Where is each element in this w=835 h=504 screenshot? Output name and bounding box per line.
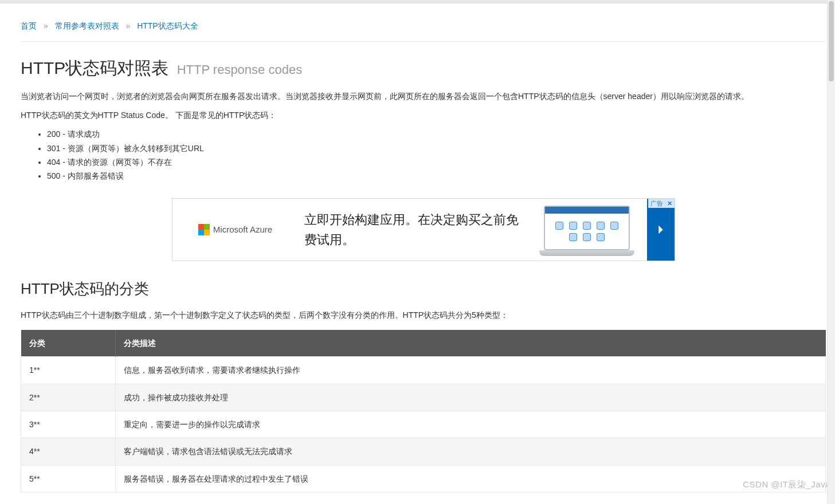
ad-banner[interactable]: 广告 ✕ Microsoft Azure 立即开始构建应用。在决定购买之前免费试… bbox=[172, 198, 675, 261]
scrollbar-thumb[interactable] bbox=[829, 1, 834, 81]
common-codes-list: 200 - 请求成功 301 - 资源（网页等）被永久转移到其它URL 404 … bbox=[21, 127, 826, 183]
scrollbar[interactable] bbox=[827, 0, 835, 504]
ad-headline-text: 立即开始构建应用。在决定购买之前免费试用。 bbox=[304, 210, 521, 250]
table-header-category: 分类 bbox=[21, 330, 116, 357]
table-row: 4** 客户端错误，请求包含语法错误或无法完成请求 bbox=[21, 438, 826, 465]
cell-category: 2** bbox=[21, 384, 116, 411]
page-content: 首页 » 常用参考表对照表 » HTTP状态码大全 HTTP状态码对照表 HTT… bbox=[0, 3, 835, 504]
cell-category: 5** bbox=[21, 465, 116, 492]
table-row: 3** 重定向，需要进一步的操作以完成请求 bbox=[21, 411, 826, 438]
section-intro-categories: HTTP状态码由三个十进制数字组成，第一个十进制数字定义了状态码的类型，后两个数… bbox=[21, 309, 826, 321]
cell-description: 信息，服务器收到请求，需要请求者继续执行操作 bbox=[116, 357, 826, 384]
list-item: 500 - 内部服务器错误 bbox=[47, 169, 826, 183]
table-row: 5** 服务器错误，服务器在处理请求的过程中发生了错误 bbox=[21, 465, 826, 492]
table-header-description: 分类描述 bbox=[116, 330, 826, 357]
list-item: 200 - 请求成功 bbox=[47, 127, 826, 141]
ad-close-button[interactable]: ✕ bbox=[665, 199, 674, 207]
table-row: 1** 信息，服务器收到请求，需要请求者继续执行操作 bbox=[21, 357, 826, 384]
ad-label: 广告 bbox=[649, 199, 665, 207]
list-item: 404 - 请求的资源（网页等）不存在 bbox=[47, 155, 826, 169]
ad-brand: Microsoft Azure bbox=[173, 199, 299, 261]
intro-paragraph-1: 当浏览者访问一个网页时，浏览者的浏览器会向网页所在服务器发出请求。当浏览器接收并… bbox=[21, 90, 826, 103]
divider bbox=[21, 41, 826, 42]
breadcrumb-sep: » bbox=[44, 21, 48, 30]
ad-corner: 广告 ✕ bbox=[648, 199, 675, 208]
cell-description: 重定向，需要进一步的操作以完成请求 bbox=[116, 411, 826, 438]
cell-description: 服务器错误，服务器在处理请求的过程中发生了错误 bbox=[116, 465, 826, 492]
cell-category: 4** bbox=[21, 438, 116, 465]
table-header-row: 分类 分类描述 bbox=[21, 330, 826, 357]
breadcrumb-sep: » bbox=[126, 21, 130, 30]
ad-container: 广告 ✕ Microsoft Azure 立即开始构建应用。在决定购买之前免费试… bbox=[21, 198, 826, 261]
section-title-categories: HTTP状态码的分类 bbox=[21, 277, 826, 301]
breadcrumb-current-link[interactable]: HTTP状态码大全 bbox=[137, 21, 198, 30]
page-title: HTTP状态码对照表 HTTP response codes bbox=[21, 54, 826, 82]
list-item: 301 - 资源（网页等）被永久转移到其它URL bbox=[47, 141, 826, 155]
table-row: 2** 成功，操作被成功接收并处理 bbox=[21, 384, 826, 411]
intro-paragraph-2: HTTP状态码的英文为HTTP Status Code。 下面是常见的HTTP状… bbox=[21, 109, 826, 121]
categories-table: 分类 分类描述 1** 信息，服务器收到请求，需要请求者继续执行操作 2** 成… bbox=[21, 330, 826, 493]
breadcrumb: 首页 » 常用参考表对照表 » HTTP状态码大全 bbox=[21, 3, 826, 41]
page-title-subtitle: HTTP response codes bbox=[177, 62, 302, 77]
ad-device-image bbox=[527, 199, 647, 261]
ad-cta-button[interactable] bbox=[647, 199, 675, 261]
microsoft-logo-icon bbox=[198, 224, 210, 235]
ad-headline: 立即开始构建应用。在决定购买之前免费试用。 bbox=[299, 199, 527, 261]
cell-category: 1** bbox=[21, 357, 116, 384]
cell-category: 3** bbox=[21, 411, 116, 438]
breadcrumb-mid-link[interactable]: 常用参考表对照表 bbox=[55, 21, 119, 30]
ad-brand-text: Microsoft Azure bbox=[213, 223, 272, 237]
cell-description: 客户端错误，请求包含语法错误或无法完成请求 bbox=[116, 438, 826, 465]
breadcrumb-home-link[interactable]: 首页 bbox=[21, 21, 37, 30]
page-title-main: HTTP状态码对照表 bbox=[21, 58, 168, 77]
intro-block: 当浏览者访问一个网页时，浏览者的浏览器会向网页所在服务器发出请求。当浏览器接收并… bbox=[21, 90, 826, 121]
cell-description: 成功，操作被成功接收并处理 bbox=[116, 384, 826, 411]
chevron-right-icon bbox=[654, 223, 667, 236]
laptop-icon bbox=[544, 206, 630, 256]
